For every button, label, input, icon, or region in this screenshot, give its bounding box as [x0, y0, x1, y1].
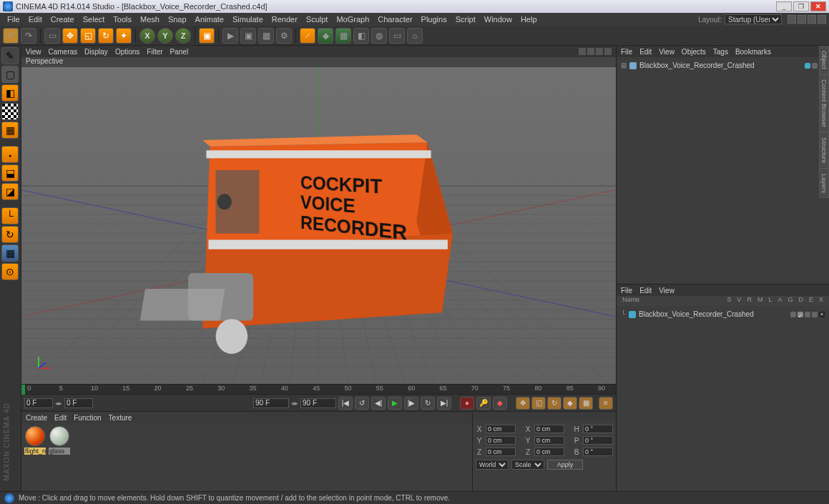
tweak-button[interactable]: ↻ [1, 226, 19, 243]
record-button[interactable]: ● [460, 397, 474, 410]
render-settings-button[interactable]: ⚙ [276, 28, 292, 44]
array-button[interactable]: ▦ [335, 28, 351, 44]
menu-animate[interactable]: Animate [191, 15, 228, 24]
menu-character[interactable]: Character [373, 15, 416, 24]
side-tab-structure[interactable]: Structure [819, 132, 829, 169]
snap-button[interactable]: ▦ [1, 244, 19, 262]
pos-z-input[interactable] [486, 448, 516, 456]
menu-script[interactable]: Script [451, 15, 480, 24]
points-mode-button[interactable]: ⬩ [1, 146, 19, 163]
object-menu-view[interactable]: View [659, 48, 675, 56]
time-ruler[interactable]: 051015202530354045505560657075808590 [21, 385, 616, 395]
object-menu-tags[interactable]: Tags [713, 48, 728, 56]
range-in-input[interactable] [253, 398, 289, 408]
pla-key-button[interactable]: ▦ [579, 397, 593, 410]
make-editable-button[interactable]: ✎ [1, 47, 19, 64]
current-frame-input[interactable] [64, 398, 93, 408]
environment-button[interactable]: ◍ [371, 28, 387, 44]
viewport-menu-view[interactable]: View [26, 48, 41, 56]
side-tab-content-browser[interactable]: Content Browser [819, 74, 829, 132]
object-tag-icon[interactable] [805, 63, 810, 69]
menu-file[interactable]: File [3, 15, 24, 24]
pos-y-input[interactable] [486, 436, 516, 445]
timeline-options-button[interactable]: ≡ [599, 397, 613, 410]
start-frame-input[interactable] [24, 398, 53, 408]
next-frame-button[interactable]: |▶ [404, 397, 418, 410]
material-menu-create[interactable]: Create [26, 414, 47, 422]
object-manager[interactable]: ⊞ Blackbox_Voice_Recorder_Crashed [617, 57, 829, 284]
layout-icon-1[interactable] [788, 15, 796, 24]
render-view-button[interactable]: ▶ [222, 28, 238, 44]
close-button[interactable]: ✕ [810, 1, 826, 11]
viewport-3d[interactable]: COCKPITVOICERECORDER [21, 67, 616, 384]
add-cube-button[interactable]: ▣ [199, 28, 215, 44]
attr-menu-edit[interactable]: Edit [639, 287, 652, 295]
scale-key-button[interactable]: ◱ [531, 397, 546, 410]
side-tab-layers[interactable]: Layers [819, 169, 829, 198]
viewport-menu-filter[interactable]: Filter [147, 48, 162, 56]
viewport-toggle-4[interactable] [604, 48, 612, 55]
layer-dot-v[interactable]: ✓ [798, 312, 803, 317]
pos-key-button[interactable]: ✥ [516, 397, 530, 410]
object-menu-file[interactable]: File [621, 48, 632, 56]
rot-b-input[interactable] [583, 448, 613, 456]
menu-sculpt[interactable]: Sculpt [302, 15, 333, 24]
menu-select[interactable]: Select [79, 15, 109, 24]
coord-mode-select[interactable]: World [476, 460, 509, 470]
menu-simulate[interactable]: Simulate [228, 15, 268, 24]
menu-mograph[interactable]: MoGraph [332, 15, 373, 24]
locked-workplane-button[interactable]: ⊙ [1, 263, 19, 280]
object-menu-edit[interactable]: Edit [639, 48, 652, 56]
menu-render[interactable]: Render [268, 15, 302, 24]
x-axis-lock[interactable]: X [139, 28, 155, 44]
model-mode-button[interactable]: ▢ [1, 66, 19, 83]
edges-mode-button[interactable]: ⬓ [1, 164, 19, 182]
range-out-input[interactable] [300, 398, 336, 408]
prev-key-button[interactable]: ↺ [355, 397, 369, 410]
rotate-tool[interactable]: ↻ [98, 28, 114, 44]
maximize-button[interactable]: ❐ [793, 1, 809, 11]
playhead-marker[interactable] [21, 385, 25, 395]
autokey-button[interactable]: 🔑 [476, 397, 491, 410]
menu-snap[interactable]: Snap [164, 15, 191, 24]
menu-tools[interactable]: Tools [109, 15, 136, 24]
scale-tool[interactable]: ◱ [80, 28, 96, 44]
object-menu-objects[interactable]: Objects [682, 48, 706, 56]
layout-icon-3[interactable] [808, 15, 816, 24]
z-axis-lock[interactable]: Z [175, 28, 191, 44]
camera-button[interactable]: ▭ [389, 28, 405, 44]
material-menu-texture[interactable]: Texture [109, 414, 132, 422]
material-list[interactable]: flight_reglass [21, 423, 472, 491]
next-key-button[interactable]: ↻ [421, 397, 435, 410]
attr-menu-file[interactable]: File [621, 287, 632, 295]
y-axis-lock[interactable]: Y [157, 28, 173, 44]
keyframe-sel-button[interactable]: ◆ [493, 397, 507, 410]
coord-scale-select[interactable]: Scale [511, 460, 544, 470]
layout-icon-2[interactable] [798, 15, 806, 24]
side-tab-object[interactable]: Object [819, 46, 829, 74]
prev-frame-button[interactable]: ◀| [371, 397, 386, 410]
nurbs-button[interactable]: ◆ [318, 28, 333, 44]
play-button[interactable]: ▶ [388, 397, 402, 410]
viewport-menu-cameras[interactable]: Cameras [49, 48, 78, 56]
rot-h-input[interactable] [583, 425, 613, 433]
viewport-menu-display[interactable]: Display [84, 48, 108, 56]
layer-dot-r[interactable] [805, 312, 810, 317]
material-glass[interactable]: glass [49, 426, 70, 488]
menu-mesh[interactable]: Mesh [136, 15, 164, 24]
viewport-toggle-1[interactable] [579, 48, 586, 55]
menu-window[interactable]: Window [480, 15, 516, 24]
object-item[interactable]: ⊞ Blackbox_Voice_Recorder_Crashed [619, 60, 826, 71]
material-flight_re[interactable]: flight_re [24, 426, 46, 488]
layout-icon-4[interactable] [818, 15, 826, 24]
viewport-toggle-3[interactable] [596, 48, 603, 55]
size-z-input[interactable] [534, 448, 564, 456]
layout-dropdown[interactable]: Startup (User) [725, 14, 782, 24]
menu-create[interactable]: Create [46, 15, 79, 24]
render-region-button[interactable]: ▣ [240, 28, 256, 44]
param-key-button[interactable]: ◆ [563, 397, 577, 410]
move-tool[interactable]: ✥ [62, 28, 78, 44]
undo-button[interactable]: ↶ [3, 28, 19, 44]
visibility-dot-1[interactable] [812, 63, 818, 69]
rot-key-button[interactable]: ↻ [547, 397, 561, 410]
